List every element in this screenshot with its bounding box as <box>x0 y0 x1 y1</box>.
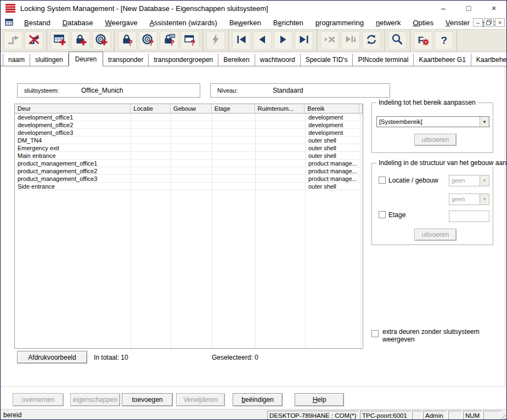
cell-bereik: product manage... <box>306 167 360 175</box>
bereik-combobox-value: [Systeembereik] <box>379 118 422 125</box>
tab-transpondergroepen[interactable]: transpondergroepen <box>149 54 218 66</box>
table-row[interactable]: product_management_office1product manage… <box>15 160 363 167</box>
nav-next-button[interactable] <box>274 31 292 50</box>
read-lock-button[interactable]: ? <box>118 31 137 50</box>
chevron-down-icon[interactable]: ▼ <box>480 175 489 186</box>
cell-locatie <box>131 113 171 121</box>
table-row[interactable]: Side entranceouter shell <box>15 183 363 190</box>
etage-input[interactable] <box>449 211 489 222</box>
menu-item-bewerken[interactable]: Bewerken <box>223 17 267 29</box>
menu-item-berichten[interactable]: Berichten <box>267 17 309 29</box>
column-header-locatie[interactable]: Locatie <box>131 104 171 113</box>
toolbar-separator <box>228 30 229 52</box>
tab-speciale-tid-s[interactable]: Speciale TID's <box>301 54 353 66</box>
flash-button[interactable] <box>206 31 225 50</box>
cell-gebouw <box>171 175 212 183</box>
verwijderen-button[interactable]: Verwijderen <box>176 393 225 406</box>
minimize-button[interactable]: – <box>431 1 456 16</box>
new-lock-button[interactable] <box>71 31 90 50</box>
search-button[interactable] <box>388 31 407 50</box>
table-row[interactable]: DM_TN4outer shell <box>15 137 363 144</box>
menu-item-venster[interactable]: Venster <box>440 17 476 29</box>
read-window-button[interactable]: ? <box>181 31 199 50</box>
extra-deuren-checkbox[interactable] <box>371 330 379 337</box>
mdi-close-button[interactable]: × <box>495 18 505 27</box>
overnemen-button[interactable]: overnemen <box>13 393 64 406</box>
menu-item-programmering[interactable]: programmering <box>309 17 370 29</box>
eigenschappen-button[interactable]: eigenschappen <box>70 393 120 406</box>
tab-bereiken[interactable]: Bereiken <box>218 54 255 66</box>
table-row[interactable]: development_office1development <box>15 113 363 121</box>
bereik-combobox[interactable]: [Systeembereik] ▼ <box>376 116 489 127</box>
table-row[interactable]: Main entranceouter shell <box>15 152 363 160</box>
nav-prev-button[interactable] <box>253 31 272 50</box>
table-row[interactable]: development_office3development <box>15 129 363 137</box>
flash-icon <box>209 33 222 48</box>
refresh-button[interactable] <box>362 31 381 50</box>
help-button[interactable]: Help <box>295 393 344 406</box>
goto-record-icon <box>344 33 357 48</box>
toolbar-separator <box>317 30 317 52</box>
disconnect-button[interactable] <box>25 31 43 50</box>
chevron-down-icon[interactable]: ▼ <box>480 117 489 127</box>
tab-wachtwoord[interactable]: wachtwoord <box>255 54 301 66</box>
read-transponder-button[interactable]: ? <box>139 31 157 50</box>
column-header-ruimtenum[interactable]: Ruimtenum... <box>255 104 305 113</box>
tab-deuren[interactable]: Deuren <box>69 52 103 66</box>
button-row-divider <box>1 386 506 387</box>
tab-pincode-terminal[interactable]: PINcode terminal <box>353 54 414 66</box>
afdrukvoorbeeld-button[interactable]: Afdrukvoorbeeld <box>17 351 87 364</box>
uitvoeren-bereik-button[interactable]: uitvoeren <box>414 134 457 146</box>
tab-naam[interactable]: naam <box>3 54 30 66</box>
maximize-button[interactable]: □ <box>456 1 481 16</box>
toolbar-separator <box>114 30 115 52</box>
locatie-combobox[interactable]: geen ▼ <box>449 175 489 186</box>
gebouw-combobox[interactable]: geen ▼ <box>449 194 489 205</box>
help-button[interactable]: ? <box>435 31 453 50</box>
help-icon: ? <box>437 33 450 48</box>
table-gridline <box>255 190 256 349</box>
mdi-restore-button[interactable] <box>484 18 494 27</box>
column-header-bereik[interactable]: Bereik <box>305 104 359 113</box>
tab-kaartbeheer-g2[interactable]: Kaartbeheer G2 <box>471 54 507 66</box>
column-header-etage[interactable]: Etage <box>212 104 255 113</box>
table-row[interactable]: product_management_office2product manage… <box>15 167 363 175</box>
menu-item-database[interactable]: Database <box>57 17 99 29</box>
filter-settings-button[interactable]: F <box>414 31 432 50</box>
mdi-minimize-button[interactable]: – <box>473 18 483 27</box>
tab-page-edge <box>505 66 505 387</box>
menu-item-netwerk[interactable]: netwerk <box>370 17 407 29</box>
menu-item-weergave[interactable]: Weergave <box>99 17 143 29</box>
read-lock-card-button[interactable]: ? <box>160 31 178 50</box>
locatie-gebouw-checkbox[interactable] <box>379 177 386 184</box>
login-button[interactable] <box>4 31 22 50</box>
nav-first-button[interactable] <box>232 31 251 50</box>
menu-item-opties[interactable]: Opties <box>407 17 440 29</box>
etage-checkbox[interactable] <box>379 211 386 218</box>
toevoegen-button[interactable]: toevoegen <box>122 393 173 406</box>
chevron-down-icon[interactable]: ▼ <box>480 194 489 205</box>
cell-ruimtenum <box>256 121 306 129</box>
cancel-record-button[interactable] <box>320 31 339 50</box>
nav-last-button[interactable] <box>295 31 313 50</box>
table-row[interactable]: product_management_office3product manage… <box>15 175 363 183</box>
tab-sluitingen[interactable]: sluitingen <box>30 54 69 66</box>
new-locking-system-button[interactable] <box>50 31 69 50</box>
tab-transponder[interactable]: transponder <box>103 54 149 66</box>
tab-kaartbeheer-g1[interactable]: Kaartbeheer G1 <box>414 54 471 66</box>
column-header-gebouw[interactable]: Gebouw <box>171 104 212 113</box>
be-indigen-button[interactable]: beëindigen <box>233 393 283 406</box>
close-button[interactable]: × <box>481 1 506 16</box>
cell-gebouw <box>171 144 212 152</box>
uitvoeren-gebouw-button[interactable]: uitvoeren <box>414 229 457 241</box>
table-row[interactable]: Emergency exitouter shell <box>15 144 363 152</box>
column-header-deur[interactable]: Deur <box>15 104 131 113</box>
new-transponder-button[interactable] <box>92 31 111 50</box>
cell-ruimtenum <box>256 129 306 137</box>
toolbar-separator <box>410 30 410 52</box>
menu-item-bestand[interactable]: Bestand <box>18 17 57 29</box>
menu-item-assistenten-wizards[interactable]: Assistenten (wizards) <box>143 17 223 29</box>
toolbar-separator <box>47 30 47 52</box>
table-row[interactable]: development_office2development <box>15 121 363 129</box>
goto-record-button[interactable] <box>341 31 360 50</box>
